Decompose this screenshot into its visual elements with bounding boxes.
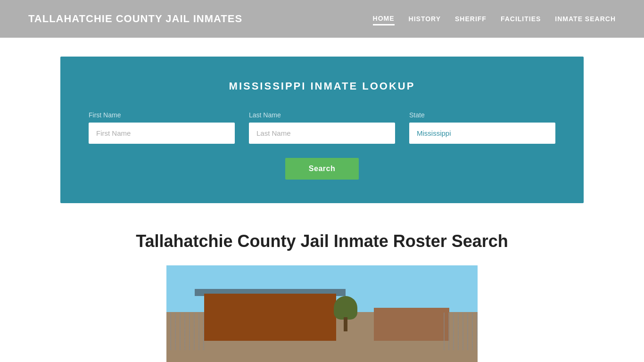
inmate-lookup-section: MISSISSIPPI INMATE LOOKUP First Name Las… bbox=[60, 57, 584, 203]
site-title: TALLAHATCHIE COUNTY JAIL INMATES bbox=[28, 13, 242, 25]
jail-image bbox=[166, 265, 478, 362]
search-button-row: Search bbox=[89, 158, 555, 180]
nav-item-sheriff[interactable]: SHERIFF bbox=[455, 13, 487, 25]
tree-trunk bbox=[344, 317, 347, 331]
nav-item-inmate-search[interactable]: INMATE SEARCH bbox=[555, 13, 616, 25]
site-header: TALLAHATCHIE COUNTY JAIL INMATES HOME HI… bbox=[0, 0, 644, 38]
jail-image-container bbox=[89, 265, 555, 362]
nav-item-history[interactable]: HISTORY bbox=[409, 13, 441, 25]
search-button[interactable]: Search bbox=[285, 158, 359, 180]
state-input[interactable] bbox=[409, 123, 555, 144]
building-main bbox=[204, 294, 336, 341]
main-nav: HOME HISTORY SHERIFF FACILITIES INMATE S… bbox=[373, 13, 616, 25]
tree-left bbox=[331, 298, 360, 331]
last-name-input[interactable] bbox=[249, 123, 395, 144]
state-group: State bbox=[409, 111, 555, 144]
search-form-row: First Name Last Name State bbox=[89, 111, 555, 144]
first-name-label: First Name bbox=[89, 111, 235, 119]
first-name-group: First Name bbox=[89, 111, 235, 144]
first-name-input[interactable] bbox=[89, 123, 235, 144]
fence-right bbox=[440, 313, 478, 350]
building-small bbox=[374, 308, 449, 341]
lookup-title: MISSISSIPPI INMATE LOOKUP bbox=[89, 80, 555, 92]
state-label: State bbox=[409, 111, 555, 119]
fence-left bbox=[166, 313, 204, 350]
last-name-label: Last Name bbox=[249, 111, 395, 119]
nav-item-facilities[interactable]: FACILITIES bbox=[501, 13, 541, 25]
nav-item-home[interactable]: HOME bbox=[373, 13, 395, 25]
roster-heading: Tallahatchie County Jail Inmate Roster S… bbox=[89, 231, 555, 251]
tree-top bbox=[334, 296, 357, 320]
last-name-group: Last Name bbox=[249, 111, 395, 144]
content-section: Tallahatchie County Jail Inmate Roster S… bbox=[60, 222, 584, 362]
